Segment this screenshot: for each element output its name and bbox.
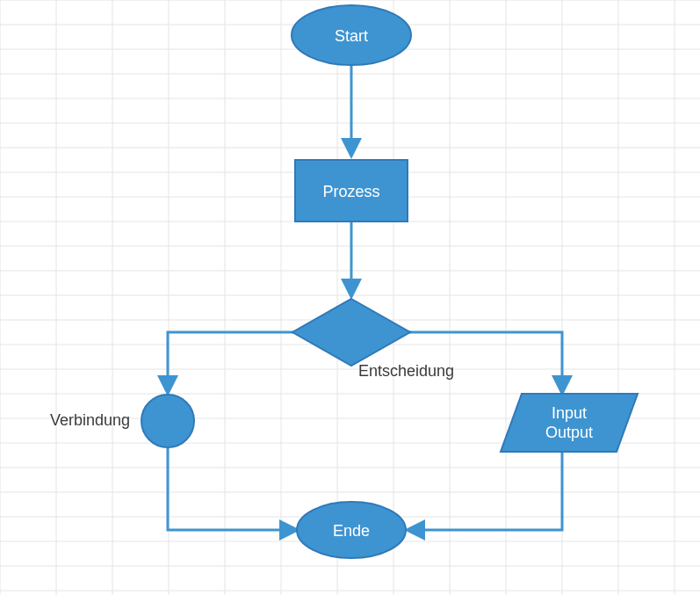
node-decision[interactable]: Entscheidung xyxy=(292,299,454,380)
node-process-label: Prozess xyxy=(322,183,379,200)
svg-marker-42 xyxy=(292,299,410,366)
node-end-label: Ende xyxy=(333,522,370,540)
node-decision-label: Entscheidung xyxy=(358,362,454,380)
node-process[interactable]: Prozess xyxy=(295,160,408,221)
node-connector[interactable]: Verbindung xyxy=(50,395,194,447)
edge-decision-connector xyxy=(168,332,293,391)
node-start[interactable]: Start xyxy=(292,5,411,65)
edge-io-end xyxy=(409,453,562,530)
node-connector-label: Verbindung xyxy=(50,411,130,429)
svg-point-43 xyxy=(141,395,194,447)
node-end[interactable]: Ende xyxy=(297,502,406,558)
flowchart-canvas: Start Prozess Entscheidung Verbindung In… xyxy=(0,0,700,595)
node-start-label: Start xyxy=(335,27,368,45)
edge-connector-end xyxy=(168,448,295,530)
node-io[interactable]: Input Output xyxy=(501,394,638,452)
node-io-label-line2: Output xyxy=(545,424,593,441)
node-io-label-line1: Input xyxy=(552,404,587,422)
